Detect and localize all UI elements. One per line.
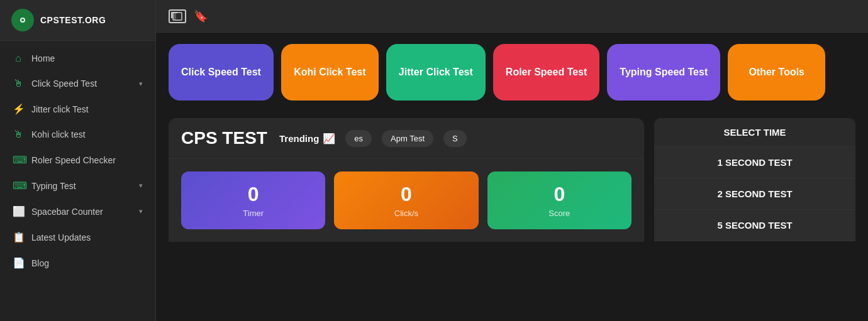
nav-btn-typing-speed[interactable]: Typing Speed Test [607, 44, 720, 101]
mouse-icon-1: 🖱 [13, 78, 24, 89]
pill-apm-test[interactable]: Apm Test [382, 130, 433, 147]
sidebar-label-typing: Typing Test [31, 181, 76, 191]
trending-arrow-icon: 📈 [323, 133, 335, 144]
score-box-timer: 0 Timer [181, 171, 325, 229]
roler-icon: ⌨ [13, 154, 24, 166]
sidebar-item-latest-updates[interactable]: 📋 Latest Updates [0, 224, 155, 250]
sidebar-label-kohi: Kohi click test [31, 129, 86, 139]
svg-rect-4 [173, 13, 176, 20]
sidebar-item-jitter-click[interactable]: ⚡ Jitter click Test [0, 96, 155, 122]
sidebar-item-spacebar-counter[interactable]: ⬜ Spacebar Counter ▾ [0, 199, 155, 224]
sidebar-item-blog[interactable]: 📄 Blog [0, 250, 155, 276]
sidebar-label-click-speed: Click Speed Test [31, 79, 97, 89]
pill-es[interactable]: es [345, 130, 372, 147]
svg-point-2 [21, 19, 24, 21]
score-row: 0 Timer 0 Click/s 0 Score [169, 158, 644, 242]
trending-badge: Trending 📈 [279, 133, 335, 144]
pill-s[interactable]: S [443, 130, 467, 147]
time-option-1s[interactable]: 1 SECOND TEST [654, 147, 855, 178]
sidebar-item-home[interactable]: ⌂ Home [0, 46, 155, 71]
sidebar-label-blog: Blog [31, 258, 49, 268]
sidebar: CPSTEST.ORG ⌂ Home 🖱 Click Speed Test ▾ … [0, 0, 156, 321]
time-option-2s[interactable]: 2 SECOND TEST [654, 178, 855, 210]
clicks-value: 0 [401, 183, 412, 206]
score-box-score: 0 Score [487, 171, 632, 229]
sidebar-label-updates: Latest Updates [31, 232, 91, 242]
score-box-clicks: 0 Click/s [334, 171, 478, 229]
chevron-icon-3: ▾ [139, 207, 143, 215]
cps-title: CPS TEST [181, 128, 269, 148]
right-panel: SELECT TIME 1 SECOND TEST 2 SECOND TEST … [654, 118, 855, 321]
expand-button[interactable] [169, 9, 186, 23]
chevron-icon-1: ▾ [139, 80, 143, 88]
clicks-label: Click/s [394, 209, 418, 218]
chevron-icon-2: ▾ [139, 182, 143, 190]
nav-btn-roler-speed[interactable]: Roler Speed Test [493, 44, 600, 101]
nav-btn-kohi-click[interactable]: Kohi Click Test [281, 44, 379, 101]
nav-btn-other-tools[interactable]: Other Tools [728, 44, 825, 101]
sidebar-item-typing-test[interactable]: ⌨ Typing Test ▾ [0, 173, 155, 199]
sidebar-label-roler: Roler Speed Checker [31, 155, 116, 165]
blog-icon: 📄 [13, 257, 24, 269]
nav-btn-jitter-click[interactable]: Jitter Click Test [386, 44, 486, 101]
home-icon: ⌂ [13, 53, 24, 64]
nav-btn-click-speed[interactable]: Click Speed Test [169, 44, 274, 101]
sidebar-navigation: ⌂ Home 🖱 Click Speed Test ▾ ⚡ Jitter cli… [0, 41, 155, 321]
top-bar: 🔖 [156, 0, 868, 33]
spacebar-icon: ⬜ [13, 205, 24, 217]
left-panel: CPS TEST Trending 📈 es Apm Test S 0 Time… [169, 112, 644, 321]
kohi-icon: 🖱 [13, 129, 24, 140]
sidebar-label-spacebar: Spacebar Counter [31, 207, 103, 217]
sidebar-label-jitter: Jitter click Test [31, 104, 89, 114]
sidebar-item-kohi-click[interactable]: 🖱 Kohi click test [0, 122, 155, 147]
timer-label: Timer [243, 209, 264, 218]
content-area: CPS TEST Trending 📈 es Apm Test S 0 Time… [156, 112, 868, 321]
nav-buttons-area: Click Speed Test Kohi Click Test Jitter … [156, 33, 868, 112]
sidebar-item-roler-speed[interactable]: ⌨ Roler Speed Checker [0, 147, 155, 173]
sidebar-logo[interactable]: CPSTEST.ORG [0, 0, 155, 41]
sidebar-item-click-speed-test[interactable]: 🖱 Click Speed Test ▾ [0, 71, 155, 96]
typing-icon: ⌨ [13, 180, 24, 192]
time-option-5s[interactable]: 5 SECOND TEST [654, 210, 855, 241]
score-value: 0 [554, 183, 565, 206]
logo-text: CPSTEST.ORG [40, 15, 106, 25]
main-content: 🔖 Click Speed Test Kohi Click Test Jitte… [156, 0, 868, 321]
select-time-header: SELECT TIME [654, 118, 855, 147]
score-label: Score [548, 209, 570, 218]
jitter-icon: ⚡ [13, 103, 24, 115]
cps-header: CPS TEST Trending 📈 es Apm Test S [169, 118, 644, 158]
sidebar-label-home: Home [31, 53, 55, 63]
updates-icon: 📋 [13, 231, 24, 243]
timer-value: 0 [248, 183, 259, 206]
bookmark-icon[interactable]: 🔖 [194, 9, 208, 23]
trending-label: Trending [279, 133, 319, 144]
logo-icon [11, 9, 34, 31]
